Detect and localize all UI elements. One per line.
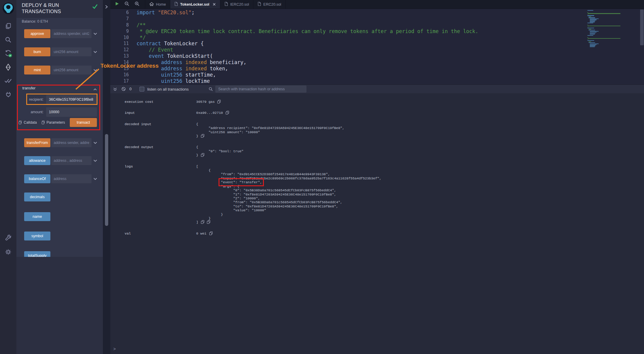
decimals-button[interactable]: decimals — [24, 192, 50, 201]
plugin-manager-icon[interactable] — [0, 231, 16, 245]
recipient-input[interactable] — [46, 95, 97, 104]
line-number: 17 — [110, 78, 129, 84]
code-text: uint256 lockTime — [137, 78, 210, 84]
code-text: // Event — [137, 47, 173, 53]
allowance-params-input[interactable] — [51, 156, 92, 165]
copy-icon[interactable] — [207, 220, 210, 224]
deploy-run-icon[interactable] — [0, 60, 16, 74]
recipient-field-row: recipient: — [25, 94, 97, 105]
tab-home[interactable]: Home — [145, 0, 170, 9]
calldata-copy-icon[interactable] — [19, 121, 21, 124]
terminal-value: 0 wei — [196, 232, 213, 235]
panel-scrollbar-thumb[interactable] — [105, 134, 108, 226]
close-icon[interactable] — [213, 3, 216, 6]
tab-ierc20-sol[interactable]: IERC20.sol — [220, 0, 253, 9]
terminal[interactable]: execution cost30579 gasinput0xa90...0271… — [110, 93, 644, 354]
approve-function-row: approve — [24, 29, 99, 38]
zoom-in-icon[interactable] — [134, 1, 140, 7]
panel-title-line1: DEPLOY & RUN — [22, 2, 61, 8]
burn-params-input[interactable] — [51, 47, 92, 56]
chevron-down-icon[interactable] — [92, 178, 99, 180]
transfer-function-label[interactable]: transfer — [22, 86, 35, 90]
tab-label: IERC20.sol — [230, 2, 249, 7]
panel-title-line2: TRANSACTIONS — [22, 8, 61, 15]
balanceOf-params-input[interactable] — [51, 174, 92, 183]
totalSupply-button[interactable]: totalSupply — [24, 251, 50, 257]
chevron-down-icon[interactable] — [92, 142, 99, 144]
line-number: 11 — [110, 41, 129, 47]
burn-button[interactable]: burn — [24, 47, 50, 56]
code-line: 14 address indexed beneficiary, — [110, 59, 644, 66]
transact-button[interactable]: transact — [70, 118, 97, 127]
terminal-badge: 0 — [129, 87, 131, 91]
approve-button[interactable]: approve — [24, 29, 50, 38]
copy-icon[interactable] — [201, 220, 204, 224]
terminal-expand-icon[interactable] — [113, 87, 117, 92]
remix-logo-icon[interactable] — [2, 2, 15, 15]
panel-scrollbar-track[interactable] — [103, 0, 110, 354]
terminal-row-decoded-input: decoded input{ "address recipient": "0xf… — [125, 122, 644, 138]
allowance-button[interactable]: allowance — [24, 156, 50, 165]
recipient-label: recipient: — [25, 97, 46, 102]
amount-input[interactable] — [46, 107, 97, 117]
terminal-search-input[interactable] — [215, 86, 306, 93]
calldata-label[interactable]: Calldata — [24, 120, 37, 125]
listen-checkbox[interactable] — [140, 87, 144, 91]
tab-tokenlocker-sol[interactable]: TokenLocker.sol — [170, 0, 220, 9]
chevron-down-icon[interactable] — [92, 69, 99, 72]
check-icon — [92, 4, 98, 10]
file-explorer-icon[interactable] — [0, 19, 16, 33]
editor-minimap[interactable] — [587, 10, 623, 47]
chevron-right-icon[interactable] — [105, 5, 108, 10]
copy-icon[interactable] — [226, 111, 229, 114]
tab-erc20-sol[interactable]: ERC20.sol — [253, 0, 286, 9]
chevron-down-icon[interactable] — [92, 159, 99, 162]
settings-icon[interactable] — [0, 245, 16, 259]
code-editor[interactable]: 6import "ERC20.sol";78/**9 * @dev ERC20 … — [110, 9, 644, 84]
transferFrom-params-input[interactable] — [51, 138, 92, 147]
chevron-down-icon[interactable] — [92, 32, 99, 35]
approve-params-input[interactable] — [51, 29, 92, 38]
name-function-row: name — [24, 212, 99, 221]
line-number: 10 — [110, 35, 129, 41]
terminal-prompt[interactable]: > — [113, 347, 116, 352]
terminal-clear-icon[interactable] — [121, 87, 126, 92]
run-script-icon[interactable] — [115, 1, 119, 7]
mint-button[interactable]: mint — [24, 66, 50, 74]
listen-label[interactable]: listen on all transactions — [147, 87, 189, 91]
terminal-value: { "0": "bool: true"} — [196, 145, 244, 157]
copy-icon[interactable] — [209, 232, 213, 235]
plugins-icon[interactable] — [0, 88, 16, 101]
terminal-value: 0xa90...02710 — [196, 111, 229, 115]
terminal-key: decoded input — [125, 122, 196, 138]
code-text: address indexed beneficiary, — [137, 59, 247, 66]
copy-icon[interactable] — [201, 134, 204, 138]
parameters-copy-icon[interactable] — [42, 121, 44, 124]
home-icon — [149, 2, 154, 7]
copy-icon[interactable] — [217, 100, 221, 103]
unit-testing-icon[interactable] — [0, 74, 16, 88]
symbol-button[interactable]: symbol — [24, 232, 50, 240]
code-line: 12 // Event — [110, 47, 644, 53]
mint-function-row: mint — [24, 66, 99, 74]
solidity-compiler-icon[interactable] — [0, 46, 16, 60]
amount-label: amount: — [25, 110, 46, 114]
remix-ide-window: DEPLOY & RUN TRANSACTIONS Balance: 0 ETH… — [0, 0, 644, 354]
chevron-up-icon[interactable] — [93, 86, 97, 92]
file-icon — [258, 2, 261, 7]
mint-params-input[interactable] — [51, 66, 92, 74]
name-button[interactable]: name — [24, 212, 50, 221]
transferFrom-button[interactable]: transferFrom — [24, 138, 50, 147]
code-line: 13 event TokenLockStart( — [110, 53, 644, 59]
search-icon[interactable] — [0, 33, 16, 46]
search-icon — [209, 87, 213, 92]
terminal-row-input: input0xa90...02710 — [125, 111, 644, 115]
terminal-row-decoded-output: decoded output{ "0": "bool: true"} — [125, 145, 644, 157]
editor-scrollbar-thumb[interactable] — [640, 10, 644, 45]
balanceOf-button[interactable]: balanceOf — [24, 174, 50, 183]
copy-icon[interactable] — [201, 153, 204, 157]
parameters-label[interactable]: Parameters — [47, 120, 65, 125]
terminal-key: val — [125, 232, 196, 235]
chevron-down-icon[interactable] — [92, 51, 99, 53]
zoom-out-icon[interactable] — [124, 1, 129, 7]
